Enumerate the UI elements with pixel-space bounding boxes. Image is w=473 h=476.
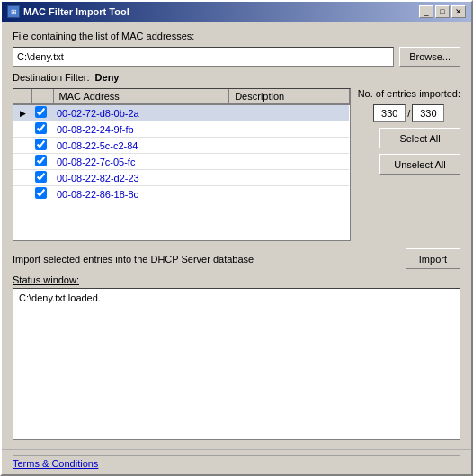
col-mac: MAC Address [53, 89, 229, 104]
import-button[interactable]: Import [406, 248, 460, 269]
row-mac-address: 00-02-72-d8-0b-2a [53, 104, 229, 121]
row-checkbox[interactable] [35, 139, 47, 150]
footer: Terms & Conditions [2, 449, 471, 474]
app-icon: ⊞ [7, 5, 20, 18]
destination-filter-label: Destination Filter: [13, 72, 90, 83]
import-row: Import selected entries into the DHCP Se… [13, 248, 460, 269]
col-check [31, 89, 53, 104]
row-checkbox[interactable] [35, 106, 47, 118]
status-window: C:\deny.txt loaded. [13, 288, 460, 440]
row-mac-address: 00-08-22-86-18-8c [53, 186, 229, 202]
title-bar: ⊞ MAC Filter Import Tool _ □ ✕ [2, 2, 471, 22]
row-arrow [13, 186, 31, 202]
row-description [229, 186, 349, 202]
row-arrow [13, 121, 31, 138]
row-description [229, 104, 349, 121]
table-row: 00-08-22-7c-05-fc [13, 154, 349, 170]
row-checkbox-cell [31, 186, 53, 202]
entries-total: 330 [412, 104, 444, 122]
status-content: C:\deny.txt loaded. [19, 292, 101, 303]
file-label: File containing the list of MAC addresse… [13, 31, 460, 41]
select-all-button[interactable]: Select All [379, 128, 460, 148]
table-row: 00-08-22-86-18-8c [13, 186, 349, 202]
file-path-input[interactable] [13, 47, 394, 67]
import-label: Import selected entries into the DHCP Se… [13, 254, 254, 265]
row-mac-address: 00-08-22-5c-c2-84 [53, 138, 229, 154]
row-checkbox-cell [31, 121, 53, 138]
close-button[interactable]: ✕ [451, 5, 466, 18]
row-checkbox[interactable] [35, 122, 47, 134]
footer-divider [13, 455, 460, 456]
content-area: File containing the list of MAC addresse… [2, 22, 471, 449]
table-section: MAC Address Description ▶00-02-72-d8-0b-… [13, 88, 460, 241]
right-panel: No. of entries imported: 330 / 330 Selec… [358, 88, 460, 241]
row-arrow [13, 170, 31, 186]
table-row: ▶00-02-72-d8-0b-2a [13, 104, 349, 121]
row-checkbox-cell [31, 138, 53, 154]
unselect-all-button[interactable]: Unselect All [379, 154, 460, 175]
maximize-button[interactable]: □ [435, 5, 450, 18]
row-arrow: ▶ [13, 104, 31, 121]
table-row: 00-08-22-82-d2-23 [13, 170, 349, 186]
row-mac-address: 00-08-22-7c-05-fc [53, 154, 229, 170]
terms-link[interactable]: Terms & Conditions [13, 458, 98, 469]
status-section: Status window: C:\deny.txt loaded. [13, 274, 460, 440]
mac-table-container: MAC Address Description ▶00-02-72-d8-0b-… [13, 88, 351, 241]
table-wrapper[interactable]: MAC Address Description ▶00-02-72-d8-0b-… [13, 89, 350, 240]
row-description [229, 121, 349, 138]
row-checkbox-cell [31, 170, 53, 186]
entries-label: No. of entries imported: [358, 88, 460, 99]
row-mac-address: 00-08-22-82-d2-23 [53, 170, 229, 186]
minimize-button[interactable]: _ [419, 5, 433, 18]
col-desc: Description [229, 89, 349, 104]
destination-filter-row: Destination Filter: Deny [13, 72, 460, 83]
mac-table: MAC Address Description ▶00-02-72-d8-0b-… [13, 89, 350, 202]
row-arrow [13, 154, 31, 170]
table-row: 00-08-22-5c-c2-84 [13, 138, 349, 154]
row-description [229, 170, 349, 186]
row-description [229, 154, 349, 170]
window-title: MAC Filter Import Tool [23, 6, 129, 17]
title-bar-left: ⊞ MAC Filter Import Tool [7, 5, 129, 18]
table-row: 00-08-22-24-9f-fb [13, 121, 349, 138]
entries-count: 330 / 330 [373, 104, 444, 122]
file-row: Browse... [13, 47, 460, 67]
row-checkbox-cell [31, 154, 53, 170]
row-checkbox[interactable] [35, 171, 47, 183]
row-arrow [13, 138, 31, 154]
status-window-label: Status window: [13, 274, 460, 285]
row-description [229, 138, 349, 154]
destination-filter-value: Deny [95, 72, 120, 83]
row-checkbox[interactable] [35, 155, 47, 166]
title-controls: _ □ ✕ [419, 5, 466, 18]
row-checkbox[interactable] [35, 187, 47, 199]
col-arrow [13, 89, 31, 104]
entries-current: 330 [373, 104, 406, 122]
main-window: ⊞ MAC Filter Import Tool _ □ ✕ File cont… [0, 0, 473, 476]
row-mac-address: 00-08-22-24-9f-fb [53, 121, 229, 138]
row-checkbox-cell [31, 104, 53, 121]
entries-slash: / [407, 108, 410, 119]
browse-button[interactable]: Browse... [399, 47, 460, 67]
